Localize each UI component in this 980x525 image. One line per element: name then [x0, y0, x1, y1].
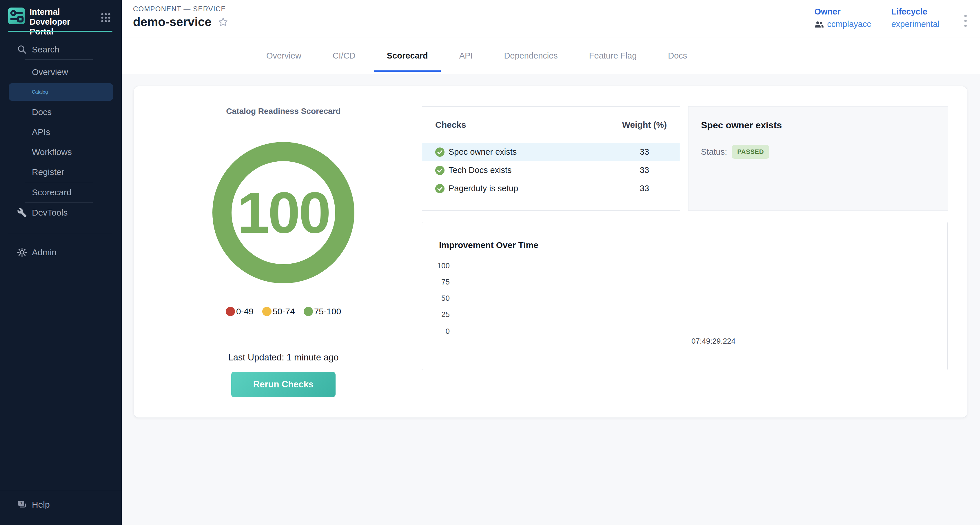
- lifecycle-label: Lifecycle: [891, 7, 939, 16]
- check-circle-icon: [435, 166, 444, 175]
- legend-item-mid: 50-74: [262, 307, 295, 317]
- checks-table-header: Checks Weight (%): [422, 107, 680, 143]
- sidebar-item-scorecard[interactable]: Scorecard: [0, 182, 122, 202]
- favorite-star-icon[interactable]: [218, 17, 228, 27]
- check-circle-icon: [435, 148, 444, 157]
- gear-icon: [17, 247, 27, 258]
- improvement-chart: Improvement Over Time 100 75 50 25 0 07:…: [422, 222, 948, 370]
- sidebar-item-help[interactable]: ? Help: [0, 490, 122, 519]
- tab-dependencies[interactable]: Dependencies: [491, 37, 570, 74]
- owner-label: Owner: [814, 7, 871, 16]
- tab-docs[interactable]: Docs: [655, 37, 700, 74]
- sidebar: Internal Developer Portal Search Overvie…: [0, 0, 122, 525]
- checks-column-header: Checks: [435, 120, 614, 130]
- tab-feature-flag[interactable]: Feature Flag: [576, 37, 649, 74]
- chart-title: Improvement Over Time: [439, 240, 538, 250]
- entity-header: COMPONENT — SERVICE demo-service Owner c…: [122, 0, 980, 37]
- legend-dot-green: [304, 307, 313, 316]
- y-axis-tick: 25: [422, 310, 450, 319]
- sidebar-item-overview[interactable]: Overview: [0, 62, 122, 82]
- sidebar-divider: [25, 59, 93, 60]
- lifecycle-block: Lifecycle experimental: [891, 7, 939, 29]
- tab-cicd[interactable]: CI/CD: [320, 37, 368, 74]
- more-options-kebab-icon[interactable]: [960, 9, 971, 32]
- sidebar-item-docs[interactable]: Docs: [0, 102, 122, 122]
- search-icon: [17, 45, 27, 55]
- sidebar-item-apis[interactable]: APIs: [0, 122, 122, 142]
- legend-dot-red: [226, 307, 235, 316]
- check-row-tech-docs[interactable]: Tech Docs exists 33: [422, 161, 680, 179]
- scorecard-content-card: Catalog Readiness Scorecard 100 0-49 50-…: [134, 86, 967, 417]
- sidebar-item-devtools[interactable]: DevTools: [0, 202, 122, 223]
- tab-overview[interactable]: Overview: [253, 37, 314, 74]
- rerun-checks-button[interactable]: Rerun Checks: [231, 372, 336, 397]
- check-row-spec-owner[interactable]: Spec owner exists 33: [422, 143, 680, 161]
- brand-accent-divider: [8, 31, 113, 32]
- sidebar-item-search[interactable]: Search: [0, 40, 122, 59]
- tab-scorecard[interactable]: Scorecard: [374, 37, 441, 74]
- score-legend: 0-49 50-74 75-100: [182, 307, 385, 317]
- breadcrumb: COMPONENT — SERVICE: [133, 5, 226, 13]
- sidebar-nav: Overview Catalog Docs APIs Workflows Reg…: [0, 62, 122, 262]
- y-axis-tick: 50: [422, 294, 450, 303]
- score-value: 100: [237, 179, 330, 246]
- sidebar-item-label: Search: [0, 45, 59, 54]
- lifecycle-value: experimental: [891, 19, 939, 29]
- y-axis-tick: 75: [422, 278, 450, 286]
- scorecard-title: Catalog Readiness Scorecard: [182, 107, 385, 116]
- legend-item-high: 75-100: [304, 307, 341, 317]
- page-title: demo-service: [133, 15, 212, 29]
- status-badge: PASSED: [732, 145, 769, 159]
- apps-grid-icon[interactable]: [101, 13, 111, 22]
- wrench-icon: [17, 207, 27, 218]
- check-row-pagerduty[interactable]: Pagerduty is setup 33: [422, 179, 680, 197]
- check-detail-title: Spec owner exists: [701, 120, 782, 130]
- check-detail-panel: Spec owner exists Status: PASSED: [688, 107, 948, 211]
- main-area: COMPONENT — SERVICE demo-service Owner c…: [122, 0, 980, 525]
- portal-logo-icon: [8, 8, 25, 24]
- active-nav-pill: Catalog: [9, 83, 113, 101]
- brand-title: Internal Developer Portal: [30, 7, 96, 37]
- sidebar-item-workflows[interactable]: Workflows: [0, 142, 122, 162]
- score-gauge: 100: [212, 142, 355, 283]
- last-updated-text: Last Updated: 1 minute ago: [182, 352, 385, 363]
- brand-header: Internal Developer Portal: [0, 0, 122, 40]
- owner-block: Owner ccmplayacc: [814, 7, 871, 29]
- x-axis-tick: 07:49:29.224: [670, 337, 757, 346]
- sidebar-footer: ? Help: [0, 490, 122, 525]
- check-circle-icon: [435, 184, 444, 193]
- entity-tabs: Overview CI/CD Scorecard API Dependencie…: [122, 37, 980, 74]
- y-axis-tick: 100: [422, 261, 450, 270]
- svg-text:?: ?: [20, 501, 22, 506]
- sidebar-item-register[interactable]: Register: [0, 162, 122, 182]
- sidebar-item-admin[interactable]: Admin: [0, 242, 122, 262]
- status-label: Status:: [701, 147, 727, 157]
- y-axis-tick: 0: [422, 327, 450, 336]
- group-icon: [814, 21, 824, 28]
- weight-column-header: Weight (%): [614, 120, 675, 130]
- sidebar-spacer: [0, 262, 122, 490]
- legend-item-low: 0-49: [226, 307, 253, 317]
- tab-api[interactable]: API: [447, 37, 486, 74]
- owner-value[interactable]: ccmplayacc: [814, 19, 871, 29]
- help-chat-icon: ?: [17, 500, 27, 510]
- checks-table: Checks Weight (%) Spec owner exists 33 T…: [422, 107, 680, 211]
- sidebar-item-catalog[interactable]: Catalog: [0, 82, 122, 102]
- legend-dot-yellow: [262, 307, 272, 316]
